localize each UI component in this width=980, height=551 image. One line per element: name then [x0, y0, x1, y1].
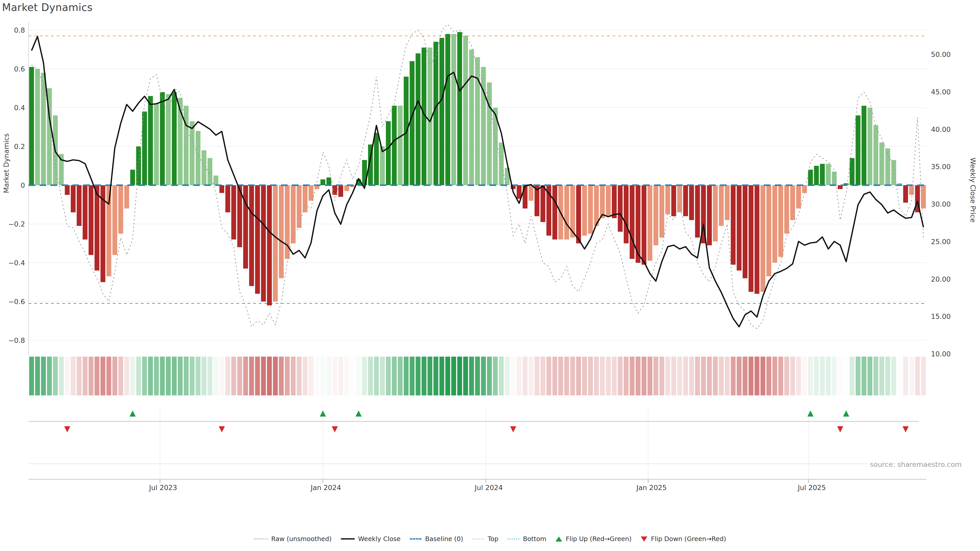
oscillator-bar [755, 185, 759, 294]
oscillator-bar [820, 164, 825, 185]
oscillator-bar [713, 185, 718, 241]
right-tick-40: 40.00 [931, 125, 951, 133]
oscillator-bar [731, 185, 735, 265]
oscillator-bar [707, 185, 712, 245]
heatmap-cell [261, 357, 266, 395]
raw-line-icon [254, 538, 268, 539]
oscillator-bar [386, 121, 391, 185]
heatmap-cell [570, 357, 575, 395]
flip-up-triangle-icon [555, 537, 562, 541]
heatmap-cell [249, 357, 254, 395]
heatmap-cell [416, 357, 421, 395]
heatmap-cell [255, 357, 260, 395]
heatmap-cell [850, 357, 854, 395]
oscillator-bar [641, 185, 646, 265]
heatmap-cell [683, 357, 688, 395]
oscillator-bar [220, 185, 224, 193]
baseline-line-icon [410, 538, 422, 540]
oscillator-bar [903, 185, 908, 203]
heatmap-cell [59, 357, 64, 395]
oscillator-bar [451, 34, 456, 185]
oscillator-bar [297, 185, 302, 228]
heatmap-cell [321, 357, 325, 395]
oscillator-bar [612, 185, 617, 218]
oscillator-bar [416, 53, 421, 185]
oscillator-bar [29, 67, 34, 185]
heatmap-cell [546, 357, 551, 395]
heatmap-cell [196, 357, 200, 395]
oscillator-bar [118, 185, 123, 233]
flip-up-marker [355, 410, 362, 416]
heatmap-cell [41, 357, 46, 395]
heatmap-cell [778, 357, 783, 395]
oscillator-bar [279, 185, 284, 278]
heatmap-cell [618, 357, 623, 395]
right-tick-45: 45.00 [931, 88, 951, 96]
heatmap-cell [564, 357, 569, 395]
heatmap-cell [166, 357, 171, 395]
heatmap-cell [118, 357, 123, 395]
heatmap-cell [630, 357, 635, 395]
heatmap-cell [796, 357, 801, 395]
heatmap-cell [94, 357, 99, 395]
legend-item-weekly-close: Weekly Close [341, 535, 401, 543]
oscillator-bar [344, 185, 349, 191]
heatmap-cell [326, 357, 331, 395]
oscillator-bar [249, 185, 254, 286]
heatmap-cell [380, 357, 385, 395]
heatmap-cell [451, 357, 456, 395]
heatmap-cell [213, 357, 218, 395]
legend-item-bottom: Bottom [508, 535, 546, 543]
oscillator-bar [487, 83, 492, 185]
heatmap-cell [130, 357, 135, 395]
heatmap-cell [362, 357, 367, 395]
flip-up-marker [808, 410, 814, 416]
oscillator-bar [594, 185, 599, 226]
oscillator-bar [398, 106, 403, 185]
right-tick-25: 25.00 [931, 238, 951, 246]
oscillator-bar [71, 185, 76, 212]
heatmap-cell [422, 357, 426, 395]
oscillator-bar [784, 185, 789, 233]
oscillator-bar [695, 185, 700, 238]
heatmap-cell [897, 357, 902, 395]
heatmap-cell [493, 357, 498, 395]
heatmap-cell [731, 357, 735, 395]
oscillator-bar [790, 185, 795, 220]
heatmap-cell [279, 357, 284, 395]
oscillator-bar [130, 170, 135, 185]
heatmap-cell [808, 357, 813, 395]
heatmap-cell [600, 357, 605, 395]
legend-label-flip-down: Flip Down (Green→Red) [651, 535, 726, 543]
oscillator-bar [772, 185, 777, 263]
oscillator-bar [873, 125, 878, 185]
heatmap-cell [909, 357, 914, 395]
right-tick-15: 15.00 [931, 313, 951, 321]
heatmap-cell [344, 357, 349, 395]
oscillator-bar [457, 32, 462, 185]
heatmap-cell [719, 357, 724, 395]
heatmap-cell [309, 357, 313, 395]
oscillator-bar [339, 185, 343, 197]
heatmap-cell [392, 357, 396, 395]
heatmap-cell [243, 357, 248, 395]
heatmap-cell [802, 357, 807, 395]
oscillator-bar [665, 185, 670, 214]
oscillator-bar [142, 111, 147, 185]
heatmap-cell [178, 357, 183, 395]
heatmap-cell [767, 357, 771, 395]
heatmap-cell [189, 357, 194, 395]
heatmap-cell [433, 357, 438, 395]
heatmap-cell [148, 357, 153, 395]
heatmap-cell [772, 357, 777, 395]
weekly-close-line-icon [341, 538, 355, 540]
oscillator-bar [856, 115, 861, 185]
oscillator-bar [749, 185, 753, 292]
flip-up-marker [130, 410, 136, 416]
heatmap-cell [291, 357, 296, 395]
heatmap-cell [65, 357, 70, 395]
heatmap-cell [814, 357, 819, 395]
heatmap-cell [784, 357, 789, 395]
oscillator-bar [35, 69, 40, 185]
left-tick--0.2: −0.2 [2, 220, 25, 228]
